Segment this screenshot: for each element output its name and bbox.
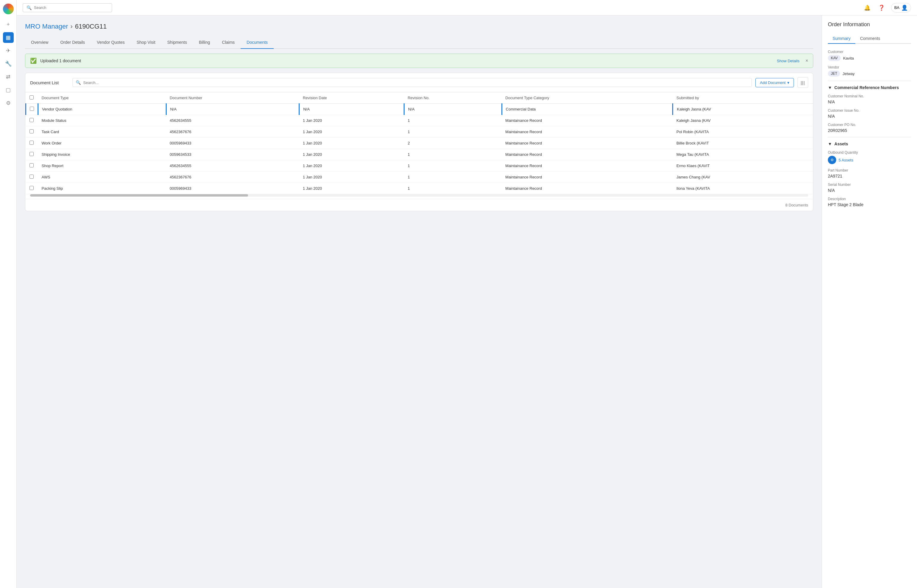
row-checkbox[interactable] bbox=[29, 163, 34, 167]
row-checkbox[interactable] bbox=[29, 118, 34, 122]
sidebar-item-add[interactable]: + bbox=[3, 19, 14, 30]
right-panel-tabs: Summary Comments bbox=[828, 34, 911, 44]
vendor-name: Jetway bbox=[842, 71, 854, 76]
breadcrumb-link[interactable]: MRO Manager bbox=[25, 23, 68, 31]
select-all-header[interactable] bbox=[26, 92, 38, 103]
user-chip[interactable]: BA 👤 bbox=[891, 3, 911, 13]
show-details-button[interactable]: Show Details bbox=[777, 59, 800, 63]
document-panel: Document List 🔍 Add Document ▾ ||| bbox=[25, 73, 813, 211]
sidebar-item-tools[interactable]: 🔧 bbox=[3, 58, 14, 69]
doc-number-cell: 4562367676 bbox=[166, 126, 299, 137]
col-submitted-by: Submitted by bbox=[673, 92, 813, 103]
row-checkbox[interactable] bbox=[29, 129, 34, 134]
row-select-cell[interactable] bbox=[26, 171, 38, 183]
vendor-chip: JET bbox=[828, 71, 840, 76]
sidebar-item-transfer[interactable]: ⇄ bbox=[3, 71, 14, 82]
tab-billing[interactable]: Billing bbox=[193, 36, 216, 49]
tab-overview[interactable]: Overview bbox=[25, 36, 54, 49]
table-row: Task Card 4562367676 1 Jan 2020 1 Mainta… bbox=[26, 126, 813, 137]
table-row: Packing Slip 0005969433 1 Jan 2020 1 Mai… bbox=[26, 183, 813, 194]
part-number-value: 2A9721 bbox=[828, 174, 911, 178]
doc-revision-date-cell: N/A bbox=[299, 103, 404, 115]
assets-link[interactable]: 5 Assets bbox=[839, 158, 853, 162]
app-logo[interactable] bbox=[3, 3, 14, 14]
row-checkbox[interactable] bbox=[29, 152, 34, 156]
sidebar-item-folder[interactable]: ▢ bbox=[3, 85, 14, 95]
row-checkbox[interactable] bbox=[29, 174, 34, 179]
document-search-wrap[interactable]: 🔍 bbox=[73, 78, 752, 87]
tools-icon: 🔧 bbox=[5, 60, 11, 67]
scroll-thumb[interactable] bbox=[30, 194, 248, 197]
assets-section-header[interactable]: ▼ Assets bbox=[828, 142, 911, 146]
page-tabs: Overview Order Details Vendor Quotes Sho… bbox=[25, 36, 813, 49]
content-area: MRO Manager › 6190CG11 Overview Order De… bbox=[17, 16, 917, 588]
doc-type-category-cell: Maintainance Record bbox=[502, 149, 673, 160]
notifications-button[interactable]: 🔔 bbox=[862, 3, 872, 13]
sidebar-item-settings[interactable]: ⚙ bbox=[3, 98, 14, 108]
tab-documents[interactable]: Documents bbox=[241, 36, 274, 49]
table-row: Vendor Quotation N/A N/A N/A Commercial … bbox=[26, 103, 813, 115]
doc-revision-date-cell: 1 Jan 2020 bbox=[299, 183, 404, 194]
doc-submitted-by-cell: Kaleigh Jasna (KAV bbox=[673, 115, 813, 126]
tab-comments[interactable]: Comments bbox=[855, 34, 885, 44]
description-value: HPT Stage 2 Blade bbox=[828, 202, 911, 207]
document-search-input[interactable] bbox=[83, 81, 749, 85]
part-number-label: Part Number bbox=[828, 168, 911, 173]
collapse-icon: ▼ bbox=[828, 85, 832, 90]
doc-number-cell: 0005969433 bbox=[166, 183, 299, 194]
doc-type-category-cell: Maintainance Record bbox=[502, 160, 673, 171]
row-checkbox[interactable] bbox=[29, 141, 34, 145]
commercial-section-header[interactable]: ▼ Commercial Reference Numbers bbox=[828, 85, 911, 90]
search-bar[interactable]: 🔍 bbox=[23, 3, 112, 12]
search-input[interactable] bbox=[34, 5, 108, 10]
horizontal-scrollbar[interactable] bbox=[30, 194, 808, 197]
doc-type-cell: Packing Slip bbox=[38, 183, 166, 194]
customer-name: Kavita bbox=[843, 56, 854, 60]
close-alert-button[interactable]: × bbox=[805, 58, 808, 63]
sidebar-item-dashboard[interactable]: ▦ bbox=[3, 32, 14, 43]
doc-submitted-by-cell: Mega Tau (KAVITA bbox=[673, 149, 813, 160]
tab-shop-visit[interactable]: Shop Visit bbox=[131, 36, 161, 49]
flights-icon: ✈ bbox=[6, 47, 10, 54]
doc-revision-no-cell: 1 bbox=[404, 171, 502, 183]
row-select-cell[interactable] bbox=[26, 126, 38, 137]
select-all-checkbox[interactable] bbox=[29, 95, 34, 100]
doc-type-category-cell: Commercial Data bbox=[502, 103, 673, 115]
tab-vendor-quotes[interactable]: Vendor Quotes bbox=[91, 36, 131, 49]
row-checkbox[interactable] bbox=[29, 186, 34, 190]
commercial-section-label: Commercial Reference Numbers bbox=[834, 85, 899, 90]
row-select-cell[interactable] bbox=[26, 103, 38, 115]
tab-shipments[interactable]: Shipments bbox=[161, 36, 193, 49]
row-select-cell[interactable] bbox=[26, 115, 38, 126]
doc-submitted-by-cell: James Chang (KAV bbox=[673, 171, 813, 183]
search-icon: 🔍 bbox=[26, 5, 32, 10]
chevron-down-icon: ▾ bbox=[787, 81, 789, 85]
doc-submitted-by-cell: Pol Robin (KAVITA bbox=[673, 126, 813, 137]
tab-summary[interactable]: Summary bbox=[828, 34, 855, 44]
divider-2 bbox=[828, 137, 911, 137]
main-content: MRO Manager › 6190CG11 Overview Order De… bbox=[17, 16, 821, 588]
tab-order-details[interactable]: Order Details bbox=[54, 36, 91, 49]
success-alert: ✅ Uploaded 1 document Show Details × bbox=[25, 53, 813, 68]
user-avatar-icon: 👤 bbox=[901, 5, 908, 11]
row-select-cell[interactable] bbox=[26, 137, 38, 149]
doc-revision-date-cell: 1 Jan 2020 bbox=[299, 160, 404, 171]
sidebar-item-flights[interactable]: ✈ bbox=[3, 45, 14, 56]
customer-po-no-value: 20R02965 bbox=[828, 128, 911, 133]
asset-icon: ⚙ bbox=[828, 156, 836, 164]
doc-number-cell: N/A bbox=[166, 103, 299, 115]
doc-type-cell: Work Order bbox=[38, 137, 166, 149]
row-select-cell[interactable] bbox=[26, 160, 38, 171]
vendor-label: Vendor bbox=[828, 65, 911, 69]
doc-type-category-cell: Maintainance Record bbox=[502, 126, 673, 137]
columns-toggle-button[interactable]: ||| bbox=[797, 77, 808, 88]
add-document-button[interactable]: Add Document ▾ bbox=[755, 78, 794, 87]
alert-message: Uploaded 1 document bbox=[40, 58, 773, 63]
tab-claims[interactable]: Claims bbox=[216, 36, 241, 49]
row-checkbox[interactable] bbox=[30, 107, 34, 111]
row-select-cell[interactable] bbox=[26, 183, 38, 194]
row-select-cell[interactable] bbox=[26, 149, 38, 160]
folder-icon: ▢ bbox=[6, 87, 11, 93]
table-row: Module Status 4562634555 1 Jan 2020 1 Ma… bbox=[26, 115, 813, 126]
help-button[interactable]: ❓ bbox=[877, 3, 886, 13]
